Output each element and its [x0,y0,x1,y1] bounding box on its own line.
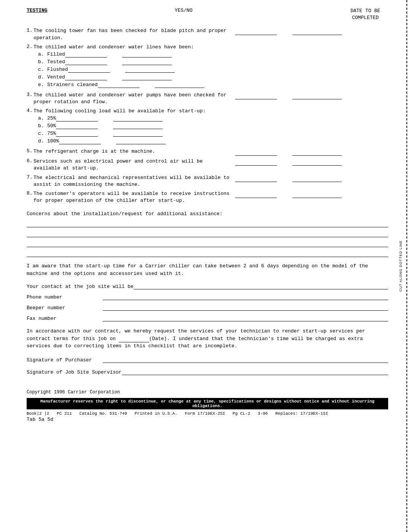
date-field [122,59,172,65]
yesno-field [98,82,140,88]
sub-text: 50% [47,123,56,129]
footer-bottom: Book|2 |2 PC 211 Catalog No. 531-749 Pri… [27,411,388,417]
item-number: 3. [27,92,33,97]
checklist: 1. The cooling tower fan has been checke… [27,27,388,204]
date-field [122,74,172,80]
sub-fields [65,74,172,80]
yesno-field [56,131,98,137]
sub-fields [56,123,162,129]
awareness-section: I am aware that the start-up time for a … [27,262,388,277]
date-field [292,93,342,99]
contract-text: In accordance with our contract, we here… [27,328,388,350]
fax-label: Fax number [27,316,103,321]
item-number: 5. [27,148,33,154]
list-item: c. Flushed [27,67,175,73]
footer-disclaimer: Manufacturer reserves the right to disco… [27,398,388,409]
sig-supervisor-label: Signature of Job Site Supervisor [27,369,122,375]
yesno-field [235,160,277,166]
contact-line: Your contact at the job site will be [27,283,388,289]
sub-text: Filled [47,51,65,57]
yesno-field [65,59,107,65]
item-number: 6. [27,158,33,164]
list-item: 4. The following cooling load will be av… [27,108,388,146]
contract-section: In accordance with our contract, we here… [27,328,388,350]
contact-label: Your contact at the job site will be [27,284,134,289]
cut-dotted-line [406,0,407,532]
yesno-field [59,138,101,144]
item-number: 4. [27,108,33,113]
list-item: 2. The chilled water and condenser water… [27,44,388,89]
sig-purchaser-label: Signature of Purchaser [27,357,103,363]
concerns-line-4 [27,250,388,257]
date-field [155,82,204,88]
fax-underline [103,315,388,321]
footer: Copyright 1996 Carrier Corporation Manuf… [27,387,388,422]
list-item: 8. The customer's operators will be avai… [27,190,388,204]
phone-underline [103,293,388,300]
date-field [292,29,342,35]
yesno-field [65,74,107,80]
list-item: 5. The refrigerant charge is at the mach… [27,148,388,156]
copyright-text: Copyright 1996 Carrier Corporation [27,390,388,395]
yesno-field [68,67,110,73]
date-field [116,138,166,144]
concerns-line-3 [27,240,388,247]
item-text: Services such as electrical power and co… [33,158,235,172]
date-field [113,123,162,129]
item-text: The following cooling load will be avail… [33,108,235,115]
date-field [292,150,342,156]
date-field [292,176,342,182]
list-item: b. 50% [27,123,162,129]
sub-label: d. [38,138,47,144]
phone-label: Phone number [27,294,103,300]
list-item: d. 100% [27,138,166,144]
date-field [113,131,162,137]
sub-text: 100% [47,138,59,144]
yesno-field [235,150,277,156]
item-number: 1. [27,27,33,33]
sub-text: 75% [47,131,56,136]
sig-supervisor-underline [122,368,388,375]
sub-fields [56,131,162,137]
sig-purchaser-line: Signature of Purchaser [27,356,388,363]
date-label: DATE TO BECOMPLETED [342,8,388,21]
sub-text: Flushed [47,67,68,72]
list-item: e. Strainers cleaned [27,82,204,88]
sub-label: e. [38,82,47,88]
sub-label: c. [38,131,47,136]
yesno-field [235,192,277,198]
yesno-field [56,115,98,121]
item-fields [235,158,342,166]
sub-label: c. [38,67,47,72]
yesno-field [235,176,277,182]
list-item: a. 25% [27,115,162,121]
item-text: The electrical and mechanical representa… [33,174,235,188]
sub-fields [56,115,162,121]
yesno-label: YES/NO [175,8,193,13]
concerns-line-1 [27,220,388,227]
concerns-label: Concerns about the installation/request … [27,211,388,217]
date-field [122,51,172,58]
date-field [113,115,162,121]
sig-supervisor-line: Signature of Job Site Supervisor [27,368,388,375]
date-field [125,67,175,73]
testing-label: TESTING [27,8,48,13]
sub-label: b. [38,59,47,65]
yesno-field [56,123,98,129]
contact-underline [134,283,388,289]
item-fields [235,92,342,99]
awareness-text: I am aware that the start-up time for a … [27,262,388,277]
item-text: The cooling tower fan has been checked f… [33,27,235,41]
phone-line: Phone number [27,293,388,300]
beeper-line: Beeper number [27,304,388,311]
yesno-field [235,93,277,99]
sub-label: a. [38,115,47,121]
concerns-section: Concerns about the installation/request … [27,211,388,257]
sub-text: 25% [47,115,56,121]
concerns-line-2 [27,230,388,237]
sub-label: d. [38,74,47,80]
item-text: The chilled water and condenser water pu… [33,92,235,105]
list-item: c. 75% [27,131,162,137]
sub-label: b. [38,123,47,129]
footer-book: Book|2 |2 PC 211 Catalog No. 531-749 Pri… [27,411,328,416]
